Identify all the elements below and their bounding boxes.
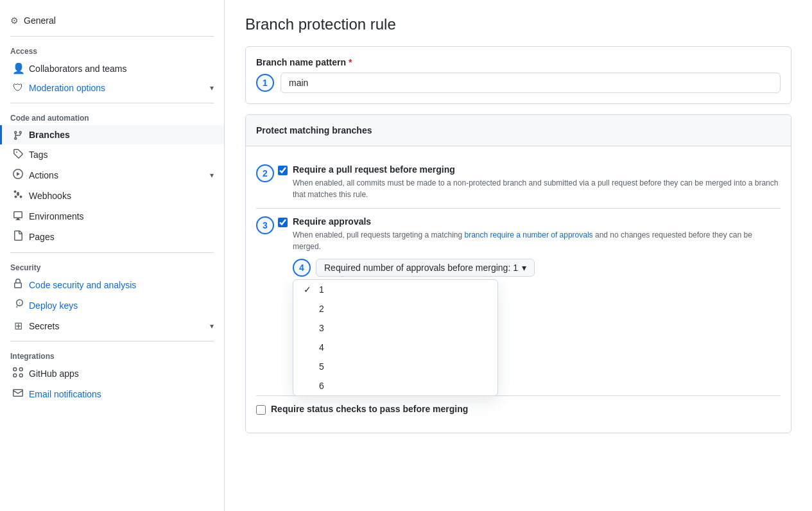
sidebar-item-deploy-keys[interactable]: Deploy keys: [0, 295, 224, 316]
chevron-down-icon-secrets: ▾: [210, 322, 214, 331]
dropdown-option-2[interactable]: 2: [293, 299, 497, 318]
approvals-dropdown-menu: ✓ 1 2 3: [293, 279, 498, 396]
sidebar: ⚙ General Access 👤 Collaborators and tea…: [0, 0, 225, 511]
actions-icon: [12, 169, 24, 182]
sidebar-item-collaborators-label: Collaborators and teams: [29, 64, 214, 74]
sidebar-item-branches[interactable]: Branches: [0, 125, 224, 144]
require-status-check-row: Require status checks to pass before mer…: [256, 396, 781, 422]
sidebar-section-security: Security: [0, 258, 224, 275]
sidebar-item-webhooks[interactable]: Webhooks: [0, 186, 224, 206]
dropdown-option-1-label: 1: [319, 284, 487, 295]
sidebar-item-secrets-label: Secrets: [29, 321, 205, 331]
person-icon: 👤: [12, 62, 24, 74]
required-star: *: [349, 57, 352, 67]
sidebar-item-secrets[interactable]: ⊞ Secrets ▾: [0, 316, 224, 336]
sidebar-item-collaborators[interactable]: 👤 Collaborators and teams: [0, 58, 224, 78]
branch-name-label: Branch name pattern *: [256, 57, 781, 67]
protect-card-body: 2 Require a pull request before merging …: [246, 146, 791, 433]
branch-name-input[interactable]: [281, 73, 781, 93]
sidebar-item-github-apps[interactable]: GitHub apps: [0, 363, 224, 384]
require-approvals-checkbox[interactable]: [278, 218, 288, 227]
page-title: Branch protection rule: [245, 15, 791, 33]
sidebar-item-code-security-label: Code security and analysis: [29, 280, 214, 290]
sidebar-item-general[interactable]: ⚙ General: [0, 10, 224, 31]
annotation-2: 2: [256, 164, 274, 182]
chevron-down-icon: ▾: [210, 83, 214, 92]
require-pr-content: Require a pull request before merging Wh…: [293, 164, 781, 200]
sidebar-section-integrations: Integrations: [0, 347, 224, 363]
sidebar-divider: [10, 36, 214, 37]
dropdown-option-6-label: 6: [319, 381, 487, 391]
sidebar-item-actions[interactable]: Actions ▾: [0, 165, 224, 186]
apps-icon: [12, 367, 24, 380]
annotation-3: 3: [256, 216, 274, 234]
require-approvals-content: Require approvals When enabled, pull req…: [293, 216, 781, 388]
matching-link[interactable]: branch require a number of approvals: [465, 230, 593, 239]
dropdown-option-5[interactable]: 5: [293, 357, 497, 376]
chevron-down-icon-actions: ▾: [210, 171, 214, 180]
pages-icon: [12, 230, 24, 243]
branch-input-row: 1: [256, 73, 781, 93]
tag-icon: [12, 148, 24, 161]
sidebar-item-general-label: General: [24, 15, 56, 26]
dropdown-option-4[interactable]: 4: [293, 338, 497, 357]
dropdown-option-3-label: 3: [319, 323, 487, 333]
sidebar-divider-4: [10, 341, 214, 342]
approvals-dropdown-container: 4 Required number of approvals before me…: [293, 259, 781, 277]
require-pr-row: 2 Require a pull request before merging …: [256, 157, 781, 209]
branches-icon: [12, 129, 24, 141]
require-approvals-row: 3 Require approvals When enabled, pull r…: [256, 209, 781, 396]
sidebar-divider-2: [10, 103, 214, 103]
require-approvals-title: Require approvals: [293, 216, 781, 227]
sidebar-item-actions-label: Actions: [29, 170, 205, 180]
dropdown-option-4-label: 4: [319, 342, 487, 352]
sidebar-item-pages[interactable]: Pages: [0, 227, 224, 247]
sidebar-item-deploy-keys-label: Deploy keys: [29, 300, 214, 311]
shield-icon: 🛡: [12, 82, 24, 94]
sidebar-item-email-notifications[interactable]: Email notifications: [0, 384, 224, 404]
require-pr-title: Require a pull request before merging: [293, 164, 781, 175]
environments-icon: [12, 210, 24, 223]
sidebar-item-tags-label: Tags: [29, 150, 214, 160]
sidebar-item-code-security[interactable]: Code security and analysis: [0, 275, 224, 295]
sidebar-item-tags[interactable]: Tags: [0, 144, 224, 165]
require-pr-checkbox[interactable]: [278, 166, 288, 175]
annotation-1: 1: [256, 74, 274, 92]
dropdown-option-1[interactable]: ✓ 1: [293, 280, 497, 299]
sidebar-item-moderation[interactable]: 🛡 Moderation options ▾: [0, 78, 224, 98]
approvals-dropdown-button[interactable]: Required number of approvals before merg…: [316, 259, 535, 277]
protect-card-header: Protect matching branches: [246, 115, 791, 146]
protect-card: Protect matching branches 2 Require a pu…: [245, 114, 791, 433]
sidebar-item-branches-label: Branches: [29, 130, 214, 140]
checkmark-icon: ✓: [304, 284, 314, 295]
webhooks-icon: [12, 189, 24, 202]
key-icon: [12, 299, 24, 312]
dropdown-option-3[interactable]: 3: [293, 318, 497, 338]
annotation-4: 4: [293, 259, 311, 277]
dropdown-chevron-icon: ▾: [522, 263, 526, 273]
require-status-label: Require status checks to pass before mer…: [271, 404, 468, 414]
require-pr-desc: When enabled, all commits must be made t…: [293, 177, 781, 200]
main-content: Branch protection rule Branch name patte…: [225, 0, 812, 511]
dropdown-option-2-label: 2: [319, 304, 487, 314]
sidebar-item-environments[interactable]: Environments: [0, 206, 224, 227]
sidebar-item-environments-label: Environments: [29, 211, 214, 221]
dropdown-option-5-label: 5: [319, 361, 487, 372]
lock-icon: [12, 279, 24, 291]
secrets-icon: ⊞: [12, 320, 24, 332]
require-status-checkbox[interactable]: [256, 405, 266, 415]
sidebar-item-pages-label: Pages: [29, 232, 214, 242]
sidebar-item-email-notifications-label: Email notifications: [29, 389, 214, 399]
approvals-dropdown-label: Required number of approvals before merg…: [324, 263, 518, 273]
sidebar-item-webhooks-label: Webhooks: [29, 191, 214, 201]
sidebar-section-code: Code and automation: [0, 108, 224, 125]
branch-name-card: Branch name pattern * 1: [245, 46, 791, 104]
dropdown-option-6[interactable]: 6: [293, 376, 497, 395]
sidebar-item-github-apps-label: GitHub apps: [29, 368, 214, 379]
require-approvals-desc: When enabled, pull requests targeting a …: [293, 229, 781, 252]
branch-name-card-body: Branch name pattern * 1: [246, 47, 791, 103]
gear-icon: ⚙: [10, 15, 19, 26]
sidebar-item-moderation-label: Moderation options: [29, 83, 205, 93]
sidebar-divider-3: [10, 252, 214, 253]
email-icon: [12, 388, 24, 401]
